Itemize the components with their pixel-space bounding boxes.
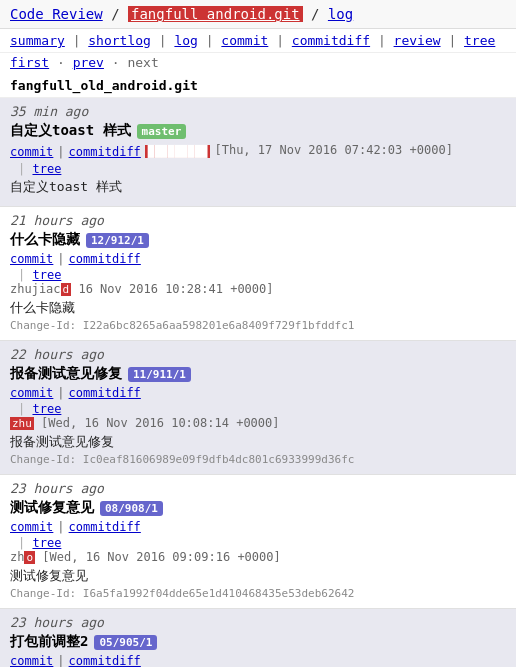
commitdiff-link-0[interactable]: commitdiff [69, 145, 141, 159]
commit-title-4: 打包前调整2 [10, 633, 88, 651]
commitdiff-link-3[interactable]: commitdiff [69, 520, 141, 534]
commit-msg-0: 自定义toast 样式 [10, 178, 506, 196]
nav-log[interactable]: log [174, 33, 197, 48]
commit-meta-3: zho [Wed, 16 Nov 2016 09:09:16 +0000] [10, 550, 506, 564]
tree-link-2[interactable]: tree [32, 402, 61, 416]
commit-meta-0: [Thu, 17 Nov 2016 07:42:03 +0000] [214, 143, 452, 157]
commit-badge-0: master [137, 124, 187, 139]
commit-title-row-0: 自定义toast 样式 master [10, 122, 506, 140]
tree-link-0[interactable]: tree [32, 162, 61, 176]
commit-msg-1: 什么卡隐藏 [10, 299, 506, 317]
commit-actions-0: commit | commitdiff █████████ [Thu, 17 N… [10, 143, 506, 160]
commit-title-row-3: 测试修复意见 08/908/1 [10, 499, 506, 517]
tree-row-1: | tree [18, 268, 506, 282]
log-link[interactable]: log [328, 6, 353, 22]
commit-block-3: 23 hours ago 测试修复意见 08/908/1 commit | co… [0, 475, 516, 609]
commit-block-2: 22 hours ago 报备测试意见修复 11/911/1 commit | … [0, 341, 516, 475]
code-review-link[interactable]: Code Review [10, 6, 103, 22]
pager-next: next [127, 55, 158, 70]
commit-badge-4: 05/905/1 [94, 635, 157, 650]
change-id-3: Change-Id: I6a5fa1992f04dde65e1d41046843… [10, 587, 506, 600]
commit-title-0: 自定义toast 样式 [10, 122, 131, 140]
nav-bar: summary | shortlog | log | commit | comm… [0, 29, 516, 53]
nav-summary[interactable]: summary [10, 33, 65, 48]
commit-actions-1: commit | commitdiff [10, 252, 506, 266]
tree-link-3[interactable]: tree [32, 536, 61, 550]
commit-meta-2: zhu [Wed, 16 Nov 2016 10:08:14 +0000] [10, 416, 506, 430]
commit-link-0[interactable]: commit [10, 145, 53, 159]
commit-msg-3: 测试修复意见 [10, 567, 506, 585]
separator2: / [311, 6, 328, 22]
commitdiff-link-2[interactable]: commitdiff [69, 386, 141, 400]
commit-link-3[interactable]: commit [10, 520, 53, 534]
commit-age-4: 23 hours ago [10, 615, 506, 630]
commit-title-3: 测试修复意见 [10, 499, 94, 517]
commitdiff-link-4[interactable]: commitdiff [69, 654, 141, 667]
nav-review[interactable]: review [394, 33, 441, 48]
nav-tree[interactable]: tree [464, 33, 495, 48]
commit-age-0: 35 min ago [10, 104, 506, 119]
commit-meta-1: zhujiacd 16 Nov 2016 10:28:41 +0000] [10, 282, 506, 296]
commit-msg-2: 报备测试意见修复 [10, 433, 506, 451]
commit-title-row-2: 报备测试意见修复 11/911/1 [10, 365, 506, 383]
page-header: Code Review / fangfull_android.git / log [0, 0, 516, 29]
nav-commitdiff[interactable]: commitdiff [292, 33, 370, 48]
repo-title: fangfull_old_android.git [0, 74, 516, 98]
commit-title-row-1: 什么卡隐藏 12/912/1 [10, 231, 506, 249]
change-id-1: Change-Id: I22a6bc8265a6aa598201e6a8409f… [10, 319, 506, 332]
commit-age-3: 23 hours ago [10, 481, 506, 496]
commit-block-0: 35 min ago 自定义toast 样式 master commit | c… [0, 98, 516, 207]
commit-link-1[interactable]: commit [10, 252, 53, 266]
commit-title-1: 什么卡隐藏 [10, 231, 80, 249]
nav-commit[interactable]: commit [221, 33, 268, 48]
repo-link[interactable]: fangfull_android.git [128, 6, 303, 22]
commit-age-2: 22 hours ago [10, 347, 506, 362]
commit-title-row-4: 打包前调整2 05/905/1 [10, 633, 506, 651]
commit-actions-3: commit | commitdiff [10, 520, 506, 534]
pager: first · prev · next [0, 53, 516, 74]
tree-row-3: | tree [18, 536, 506, 550]
commit-block-1: 21 hours ago 什么卡隐藏 12/912/1 commit | com… [0, 207, 516, 341]
tree-link-1[interactable]: tree [32, 268, 61, 282]
pager-prev[interactable]: prev [73, 55, 104, 70]
commit-age-1: 21 hours ago [10, 213, 506, 228]
commit-badge-1: 12/912/1 [86, 233, 149, 248]
commit-badge-3: 08/908/1 [100, 501, 163, 516]
commit-link-2[interactable]: commit [10, 386, 53, 400]
commit-badge-2: 11/911/1 [128, 367, 191, 382]
tree-row-0: | tree [18, 162, 506, 176]
commit-link-4[interactable]: commit [10, 654, 53, 667]
nav-shortlog[interactable]: shortlog [88, 33, 151, 48]
tree-row-2: | tree [18, 402, 506, 416]
commitdiff-link-1[interactable]: commitdiff [69, 252, 141, 266]
separator1: / [111, 6, 128, 22]
commit-actions-2: commit | commitdiff [10, 386, 506, 400]
commit-title-2: 报备测试意见修复 [10, 365, 122, 383]
pager-first[interactable]: first [10, 55, 49, 70]
commit-actions-4: commit | commitdiff [10, 654, 506, 667]
change-id-2: Change-Id: Ic0eaf81606989e09f9dfb4dc801c… [10, 453, 506, 466]
commit-block-4: 23 hours ago 打包前调整2 05/905/1 commit | co… [0, 609, 516, 667]
